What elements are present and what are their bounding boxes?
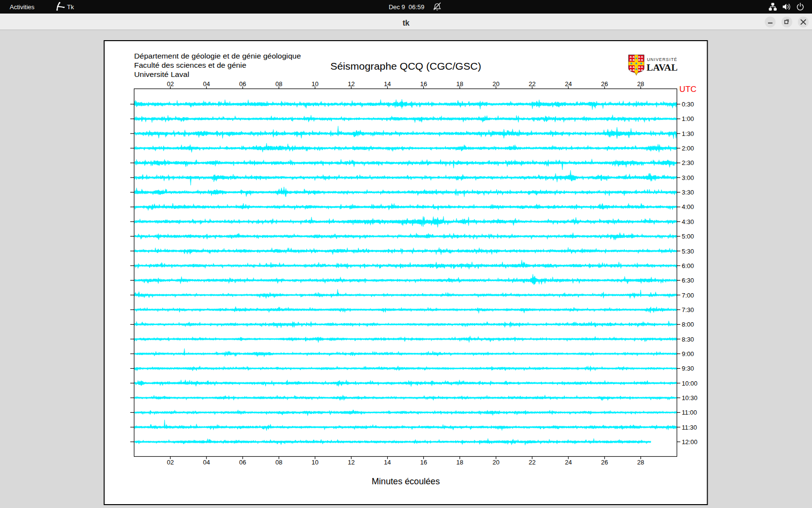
svg-text:6:00: 6:00	[682, 262, 694, 269]
svg-text:02: 02	[167, 80, 174, 88]
svg-text:10: 10	[312, 80, 319, 88]
svg-text:24: 24	[565, 80, 572, 88]
svg-text:18: 18	[456, 459, 463, 466]
svg-text:10: 10	[312, 459, 319, 466]
svg-text:Dec 9 06:59: Dec 9 06:59	[389, 3, 424, 11]
svg-text:10:00: 10:00	[682, 380, 698, 387]
svg-text:Minutes écoulées: Minutes écoulées	[372, 476, 440, 486]
svg-text:04: 04	[203, 459, 210, 466]
svg-text:0:30: 0:30	[682, 101, 694, 108]
svg-text:Département de géologie et de: Département de géologie et de génie géol…	[134, 52, 301, 60]
svg-text:4:30: 4:30	[682, 218, 694, 225]
svg-text:08: 08	[276, 80, 282, 88]
svg-text:1:30: 1:30	[682, 130, 694, 137]
svg-text:4:00: 4:00	[682, 203, 694, 210]
svg-text:1:00: 1:00	[682, 115, 694, 122]
svg-text:8:30: 8:30	[682, 336, 694, 343]
svg-text:14: 14	[384, 80, 391, 88]
svg-text:3:30: 3:30	[682, 189, 694, 196]
svg-text:8:00: 8:00	[682, 321, 694, 328]
svg-text:Activities: Activities	[10, 3, 35, 11]
svg-text:7:30: 7:30	[682, 306, 694, 314]
svg-text:tk: tk	[403, 19, 409, 27]
svg-text:04: 04	[203, 80, 210, 88]
svg-text:6:30: 6:30	[682, 277, 694, 284]
svg-text:28: 28	[637, 80, 644, 88]
svg-text:11:00: 11:00	[682, 409, 697, 416]
svg-text:24: 24	[565, 459, 572, 466]
svg-text:16: 16	[420, 80, 427, 88]
svg-text:Faculté des sciences et de gén: Faculté des sciences et de génie	[134, 61, 246, 69]
svg-text:26: 26	[601, 80, 608, 88]
svg-text:5:00: 5:00	[682, 233, 694, 240]
svg-text:5:30: 5:30	[682, 248, 694, 255]
svg-text:Université Laval: Université Laval	[134, 70, 189, 78]
svg-text:26: 26	[601, 459, 608, 466]
svg-text:3:00: 3:00	[682, 174, 694, 181]
svg-text:Séismographe QCQ (CGC/GSC): Séismographe QCQ (CGC/GSC)	[331, 60, 481, 72]
svg-text:22: 22	[529, 459, 536, 466]
svg-text:12: 12	[348, 459, 354, 466]
svg-text:08: 08	[276, 459, 282, 466]
svg-text:LAVAL: LAVAL	[647, 63, 678, 73]
svg-text:20: 20	[493, 459, 499, 466]
svg-text:12:00: 12:00	[682, 438, 698, 446]
svg-text:10:30: 10:30	[682, 394, 698, 402]
svg-text:UTC: UTC	[680, 85, 697, 93]
svg-text:9:00: 9:00	[682, 350, 694, 358]
svg-text:18: 18	[456, 80, 463, 88]
svg-text:9:30: 9:30	[682, 365, 694, 372]
svg-text:2:00: 2:00	[682, 145, 694, 152]
svg-text:02: 02	[167, 459, 174, 466]
svg-text:20: 20	[493, 80, 499, 88]
svg-text:2:30: 2:30	[682, 159, 694, 166]
svg-text:16: 16	[420, 459, 427, 466]
svg-text:11:30: 11:30	[682, 424, 697, 431]
svg-text:12: 12	[348, 80, 354, 88]
svg-text:06: 06	[239, 80, 246, 88]
svg-text:14: 14	[384, 459, 391, 466]
svg-text:Tk: Tk	[67, 3, 74, 11]
svg-text:22: 22	[529, 80, 536, 88]
svg-text:28: 28	[637, 459, 644, 466]
svg-text:7:00: 7:00	[682, 292, 694, 299]
svg-text:UNIVERSITÉ: UNIVERSITÉ	[647, 57, 678, 62]
svg-text:06: 06	[239, 459, 246, 466]
